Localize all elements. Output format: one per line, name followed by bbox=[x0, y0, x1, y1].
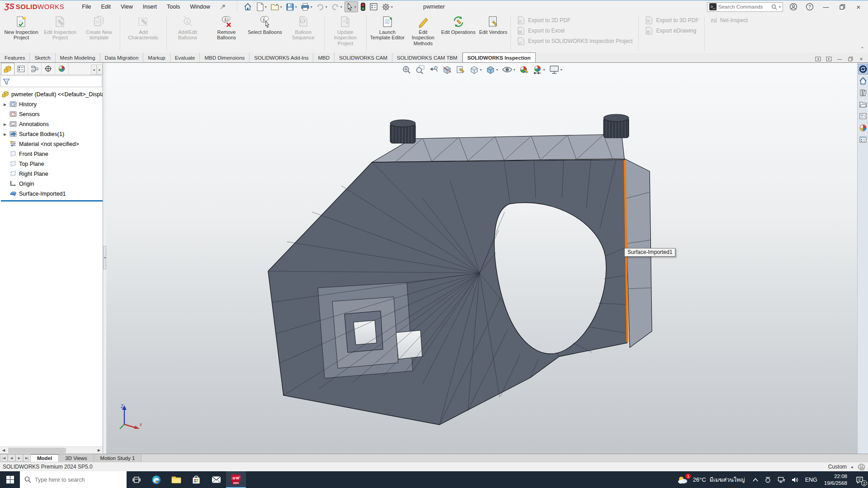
options-list-button[interactable] bbox=[368, 1, 379, 12]
scroll-right-icon[interactable]: ▶ bbox=[95, 447, 103, 454]
taskbar-search-input[interactable] bbox=[35, 477, 112, 483]
pin-menu-icon[interactable] bbox=[220, 4, 226, 10]
pane-previous-icon[interactable] bbox=[814, 56, 822, 62]
new-document-button[interactable]: ▾ bbox=[255, 1, 268, 12]
taskbar-clock[interactable]: 22:08 19/6/2568 bbox=[821, 473, 851, 486]
dimxpertmanager-tab[interactable] bbox=[42, 63, 55, 75]
close-button[interactable]: × bbox=[853, 2, 864, 12]
create-new-template-button[interactable]: Create New template bbox=[80, 14, 118, 53]
tree-item-top-plane[interactable]: Top Plane bbox=[1, 159, 103, 169]
account-icon[interactable] bbox=[788, 2, 799, 12]
menu-tools[interactable]: Tools bbox=[162, 0, 185, 14]
export-3d-pdf-button[interactable]: 3DPDF Export to 3D PDF bbox=[645, 16, 698, 24]
new-document-dropdown-icon[interactable]: ▾ bbox=[265, 5, 267, 9]
tab-model[interactable]: Model bbox=[31, 454, 59, 462]
previous-view-button[interactable] bbox=[427, 64, 439, 75]
tree-item-front-plane[interactable]: Front Plane bbox=[1, 149, 103, 159]
view-orientation-button[interactable]: ▾ bbox=[467, 64, 483, 75]
graphics-viewport[interactable]: A ▾ ▾ ▾ ▾ ▾ Surface-Imported1 Z x bbox=[106, 63, 857, 454]
select-tool-dropdown-icon[interactable]: ▾ bbox=[354, 5, 356, 9]
tab-solidworks-cam-tbm[interactable]: SOLIDWORKS CAM TBM bbox=[392, 53, 462, 62]
home-tab-button[interactable] bbox=[858, 75, 868, 86]
edge-browser-icon[interactable] bbox=[146, 471, 166, 488]
tab-mbd[interactable]: MBD bbox=[313, 53, 335, 62]
doc-minimize-button[interactable]: — bbox=[835, 56, 844, 62]
redo-dropdown-icon[interactable]: ▾ bbox=[340, 5, 342, 9]
tree-horizontal-scrollbar[interactable]: ◀ ▶ bbox=[0, 446, 103, 454]
select-balloons-button[interactable]: 1 Select Balloons bbox=[246, 14, 284, 53]
save-dropdown-icon[interactable]: ▾ bbox=[295, 5, 297, 9]
scroll-left-icon[interactable]: ◀ bbox=[0, 447, 7, 454]
ribbon-collapse-chevron[interactable]: ⌃ bbox=[860, 46, 864, 52]
edit-operations-button[interactable]: Edit Operations bbox=[439, 14, 477, 53]
add-characteristic-button[interactable]: Add Characteristic bbox=[122, 14, 165, 53]
hide-show-items-button[interactable]: ▾ bbox=[500, 64, 516, 75]
open-dropdown-icon[interactable]: ▾ bbox=[280, 5, 282, 9]
panel-tabs-scroll-right[interactable]: ▸ bbox=[97, 65, 103, 75]
menu-edit[interactable]: Edit bbox=[96, 0, 116, 14]
display-style-button[interactable]: ▾ bbox=[484, 64, 499, 75]
command-search-box[interactable]: >_ ▾ bbox=[707, 2, 783, 12]
language-indicator[interactable]: ENG bbox=[802, 471, 821, 488]
tab-mesh-modeling[interactable]: Mesh Modeling bbox=[56, 53, 100, 62]
menu-insert[interactable]: Insert bbox=[138, 0, 162, 14]
appearances-scenes-button[interactable] bbox=[858, 122, 868, 133]
export-sw-inspection-project-button[interactable]: Export to SOLIDWORKS Inspection Project bbox=[517, 37, 632, 45]
redo-button[interactable]: ▾ bbox=[330, 1, 344, 12]
menu-file[interactable]: File bbox=[77, 0, 96, 14]
solidworks-app-icon[interactable]: S W2024 bbox=[226, 471, 246, 488]
tree-item-origin[interactable]: Origin bbox=[1, 179, 103, 189]
balloon-sequence-button[interactable]: 123 Balloon Sequence bbox=[284, 14, 323, 53]
rollback-bar[interactable] bbox=[1, 200, 103, 202]
first-tab-icon[interactable]: |◀ bbox=[0, 454, 8, 462]
doc-restore-button[interactable] bbox=[846, 56, 854, 62]
panel-collapse-handle[interactable]: ◂ bbox=[103, 246, 106, 269]
settings-gear-button[interactable]: ▾ bbox=[380, 1, 394, 12]
pane-next-icon[interactable] bbox=[825, 56, 833, 62]
launch-template-editor-button[interactable]: Launch Template Editor bbox=[368, 14, 407, 53]
network-tray-icon[interactable] bbox=[774, 471, 788, 488]
last-tab-icon[interactable]: ▶| bbox=[23, 454, 31, 462]
tree-item-surface-imported1[interactable]: Surface-Imported1 bbox=[1, 189, 103, 199]
command-search-input[interactable] bbox=[718, 4, 769, 9]
file-explorer-icon[interactable] bbox=[166, 471, 186, 488]
annotation-views-button[interactable]: A bbox=[454, 64, 467, 75]
weather-widget[interactable]: 1 26°C มีเมฆส่วนใหญ่ bbox=[673, 471, 749, 488]
action-center-button[interactable]: 2 bbox=[851, 471, 868, 488]
settings-dropdown-icon[interactable]: ▾ bbox=[391, 5, 393, 9]
tree-filter-bar[interactable] bbox=[0, 75, 102, 87]
show-hidden-icons-chevron[interactable] bbox=[750, 471, 761, 488]
minimize-button[interactable]: — bbox=[820, 2, 832, 12]
hide-show-dropdown-icon[interactable]: ▾ bbox=[513, 68, 515, 72]
featuremanager-tree-tab[interactable] bbox=[1, 63, 14, 75]
scrollbar-thumb[interactable] bbox=[8, 448, 66, 453]
configurationmanager-tab[interactable] bbox=[28, 63, 42, 75]
panel-tabs-scroll-left[interactable]: ◂ bbox=[91, 65, 97, 75]
expander-icon[interactable]: ▶ bbox=[3, 122, 7, 127]
tab-solidworks-cam[interactable]: SOLIDWORKS CAM bbox=[335, 53, 392, 62]
expander-icon[interactable]: ▶ bbox=[3, 103, 7, 107]
tab-solidworks-add-ins[interactable]: SOLIDWORKS Add-Ins bbox=[250, 53, 313, 62]
tree-item-history[interactable]: ▶ History bbox=[1, 99, 103, 109]
tab-solidworks-inspection[interactable]: SOLIDWORKS Inspection bbox=[462, 52, 536, 62]
task-view-button[interactable] bbox=[127, 471, 146, 488]
panel-splitter[interactable]: ◂ bbox=[103, 63, 106, 454]
open-button[interactable]: ▾ bbox=[269, 1, 283, 12]
mail-icon[interactable] bbox=[206, 471, 226, 488]
display-state-label[interactable]: Custom bbox=[828, 464, 847, 470]
solidworks-resources-button[interactable] bbox=[858, 64, 868, 75]
prev-tab-icon[interactable]: ◀ bbox=[8, 454, 15, 462]
tab-3d-views[interactable]: 3D Views bbox=[59, 454, 94, 462]
custom-properties-button[interactable] bbox=[858, 134, 868, 145]
apply-scene-dropdown-icon[interactable]: ▾ bbox=[543, 68, 545, 72]
tab-markup[interactable]: Markup bbox=[143, 53, 170, 62]
expander-icon[interactable]: ▶ bbox=[3, 132, 7, 136]
help-button[interactable]: ? bbox=[804, 2, 816, 12]
zoom-to-fit-button[interactable] bbox=[400, 64, 412, 75]
new-inspection-project-button[interactable]: New Inspection Project bbox=[2, 14, 41, 53]
tab-sketch[interactable]: Sketch bbox=[30, 53, 55, 62]
net-inspect-button[interactable]: ni Net-Inspect bbox=[711, 16, 748, 24]
tree-item-annotations[interactable]: ▶ A Annotations bbox=[1, 119, 103, 129]
snip-tray-icon[interactable] bbox=[761, 471, 774, 488]
start-button[interactable] bbox=[0, 471, 20, 488]
